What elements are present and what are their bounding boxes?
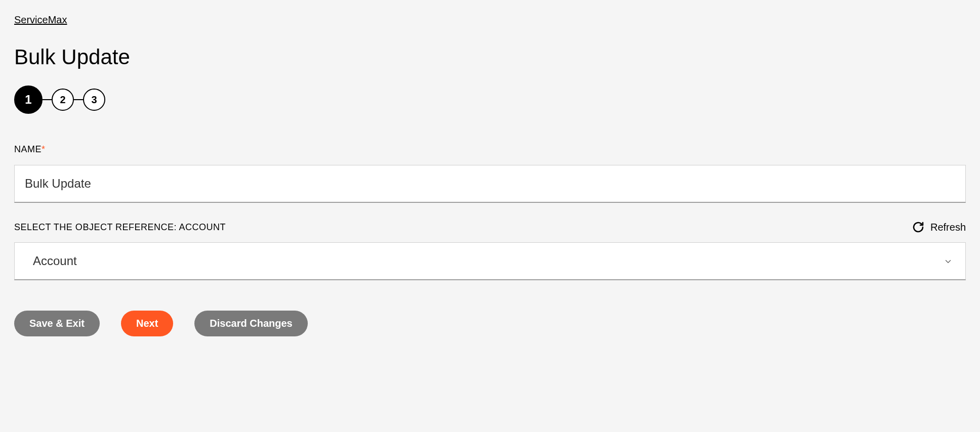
step-2[interactable]: 2	[52, 89, 74, 111]
step-3[interactable]: 3	[83, 89, 105, 111]
save-exit-button[interactable]: Save & Exit	[14, 311, 100, 336]
breadcrumb-link[interactable]: ServiceMax	[14, 14, 67, 26]
step-connector	[74, 99, 83, 100]
stepper: 1 2 3	[14, 85, 966, 114]
object-reference-select[interactable]: Account	[14, 242, 966, 280]
step-1[interactable]: 1	[14, 85, 43, 114]
name-label-text: NAME	[14, 144, 42, 154]
name-field-group: NAME*	[14, 144, 966, 203]
action-buttons: Save & Exit Next Discard Changes	[14, 311, 966, 336]
object-reference-field-group: SELECT THE OBJECT REFERENCE: ACCOUNT Ref…	[14, 221, 966, 280]
required-indicator: *	[42, 144, 46, 154]
step-connector	[43, 99, 52, 100]
refresh-label: Refresh	[930, 222, 966, 233]
next-button[interactable]: Next	[121, 311, 173, 336]
name-label: NAME*	[14, 144, 966, 155]
name-input[interactable]	[14, 165, 966, 203]
page-title: Bulk Update	[14, 45, 966, 69]
refresh-icon	[912, 221, 924, 233]
object-reference-label: SELECT THE OBJECT REFERENCE: ACCOUNT	[14, 222, 226, 233]
discard-changes-button[interactable]: Discard Changes	[194, 311, 307, 336]
refresh-button[interactable]: Refresh	[912, 221, 966, 233]
